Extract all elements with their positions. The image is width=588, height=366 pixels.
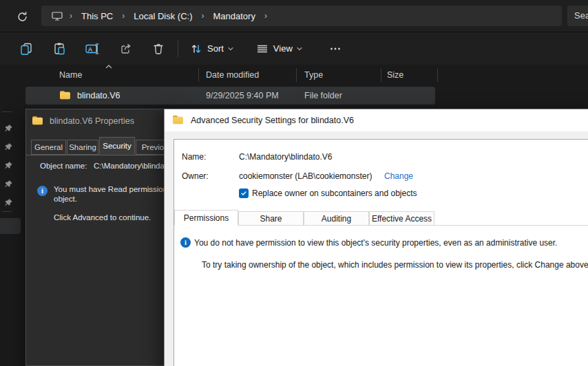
see-more-button[interactable]: [323, 37, 348, 61]
view-button[interactable]: View: [251, 37, 308, 61]
pin-icon: [4, 161, 13, 170]
pin-icon: [4, 124, 13, 133]
this-pc-icon: [51, 10, 63, 21]
object-name-value: C:\Mandatory\blindat: [94, 162, 167, 170]
take-ownership-text: To try taking ownership of the object, w…: [202, 260, 588, 270]
read-permission-text-line2: object.: [54, 195, 77, 203]
rename-button[interactable]: A: [80, 37, 105, 61]
tab-strip-line: [434, 225, 588, 226]
refresh-button[interactable]: [14, 8, 30, 25]
address-bar[interactable]: › This PC › Local Disk (C:) › Mandatory …: [41, 6, 562, 26]
info-icon: i: [37, 186, 48, 196]
change-owner-link[interactable]: Change: [384, 171, 413, 181]
sort-icon: [189, 42, 203, 56]
tab-effective-access[interactable]: Effective Access: [369, 211, 434, 226]
breadcrumb-mandatory[interactable]: Mandatory: [210, 11, 258, 21]
advanced-title: Advanced Security Settings for blindato.…: [191, 116, 354, 125]
breadcrumb-chevron[interactable]: ›: [116, 11, 131, 21]
sort-ascending-icon: [105, 64, 113, 69]
chevron-down-icon: [295, 45, 304, 53]
properties-dialog: blindato.V6 Properties General Sharing S…: [25, 109, 171, 366]
desktop-screenshot: › This PC › Local Disk (C:) › Mandatory …: [0, 0, 588, 366]
pin-icon: [4, 180, 13, 189]
navpane-divider: [2, 111, 12, 112]
tab-label: Auditing: [322, 214, 351, 224]
share-icon: [118, 42, 132, 56]
svg-text:A: A: [88, 45, 92, 52]
file-type: File folder: [304, 91, 342, 100]
column-divider[interactable]: [296, 68, 297, 82]
share-button[interactable]: [113, 37, 138, 61]
name-value: C:\Mandatory\blindato.V6: [239, 152, 332, 162]
tab-auditing[interactable]: Auditing: [304, 211, 369, 226]
delete-icon: [151, 42, 165, 56]
chevron-down-icon: [227, 45, 235, 53]
tab-label: Permissions: [184, 213, 229, 223]
owner-value: cookiemonster (LAB\cookiemonster): [239, 171, 372, 181]
column-header-name[interactable]: Name: [59, 70, 82, 80]
tab-security[interactable]: Security: [99, 137, 135, 155]
column-header-size[interactable]: Size: [387, 70, 403, 80]
properties-titlebar[interactable]: blindato.V6 Properties: [26, 109, 170, 133]
column-divider[interactable]: [437, 68, 438, 82]
click-advanced-hint: Click Advanced to continue.: [54, 213, 151, 222]
properties-title: blindato.V6 Properties: [50, 116, 134, 126]
copy-button[interactable]: [14, 37, 39, 61]
explorer-toolbar: A Sort: [0, 32, 588, 65]
tab-label: Security: [103, 142, 132, 150]
advanced-security-dialog: Advanced Security Settings for blindato.…: [164, 109, 588, 366]
search-input[interactable]: Sea: [567, 6, 588, 26]
column-divider[interactable]: [198, 68, 199, 82]
properties-security-pane: Object name: C:\Mandatory\blindat i You …: [26, 155, 171, 366]
sort-button[interactable]: Sort: [185, 37, 239, 61]
tab-label: Sharing: [69, 143, 96, 151]
view-icon: [255, 42, 269, 56]
toolbar-divider: [178, 41, 178, 57]
column-divider[interactable]: [381, 68, 381, 82]
copy-icon: [19, 42, 33, 56]
delete-button[interactable]: [146, 37, 171, 61]
folder-icon: [32, 116, 43, 125]
breadcrumb-chevron[interactable]: ›: [258, 11, 273, 21]
owner-label: Owner:: [182, 171, 209, 181]
ellipsis-icon: [328, 42, 342, 56]
advanced-content-panel: Name: C:\Mandatory\blindato.V6 Owner: co…: [174, 139, 588, 366]
column-header-date-modified[interactable]: Date modified: [206, 70, 259, 80]
pin-icon: [4, 142, 13, 151]
breadcrumb-chevron: ›: [63, 11, 78, 21]
column-header-row: Name Date modified Type Size: [0, 65, 588, 85]
no-permission-text: You do not have permission to view this …: [194, 238, 557, 248]
tab-label: General: [34, 143, 63, 151]
breadcrumb-local-disk[interactable]: Local Disk (C:): [131, 11, 195, 21]
pin-icon: [4, 198, 13, 207]
file-row-blindato[interactable]: blindato.V6 9/29/2025 9:40 PM File folde…: [25, 87, 435, 105]
paste-button[interactable]: [47, 37, 72, 61]
navpane-selected-item[interactable]: [0, 218, 21, 234]
checkmark-icon: [240, 190, 247, 197]
tab-label: Effective Access: [372, 214, 432, 224]
object-name-label: Object name:: [40, 162, 87, 170]
tab-permissions[interactable]: Permissions: [174, 210, 238, 226]
explorer-topbar: › This PC › Local Disk (C:) › Mandatory …: [0, 0, 588, 32]
tab-share[interactable]: Share: [238, 211, 304, 226]
paste-icon: [52, 42, 66, 56]
refresh-icon: [17, 11, 28, 23]
view-label: View: [273, 43, 293, 54]
breadcrumb-chevron[interactable]: ›: [195, 11, 210, 21]
column-header-type[interactable]: Type: [304, 70, 323, 80]
tab-label: Share: [260, 214, 282, 224]
navigation-pane: [0, 65, 25, 366]
read-permission-text-line1: You must have Read permissions: [54, 185, 171, 193]
rename-icon: A: [85, 42, 100, 56]
tab-general[interactable]: General: [31, 140, 66, 155]
advanced-titlebar[interactable]: Advanced Security Settings for blindato.…: [165, 109, 588, 131]
tab-sharing[interactable]: Sharing: [67, 140, 98, 155]
breadcrumb-this-pc[interactable]: This PC: [78, 11, 116, 21]
folder-icon: [173, 116, 183, 124]
file-date-modified: 9/29/2025 9:40 PM: [206, 91, 279, 100]
info-icon: i: [180, 237, 191, 248]
navpane-divider: [2, 211, 12, 212]
replace-owner-checkbox[interactable]: [239, 189, 249, 198]
file-name: blindato.V6: [77, 91, 120, 100]
name-label: Name:: [182, 152, 206, 162]
